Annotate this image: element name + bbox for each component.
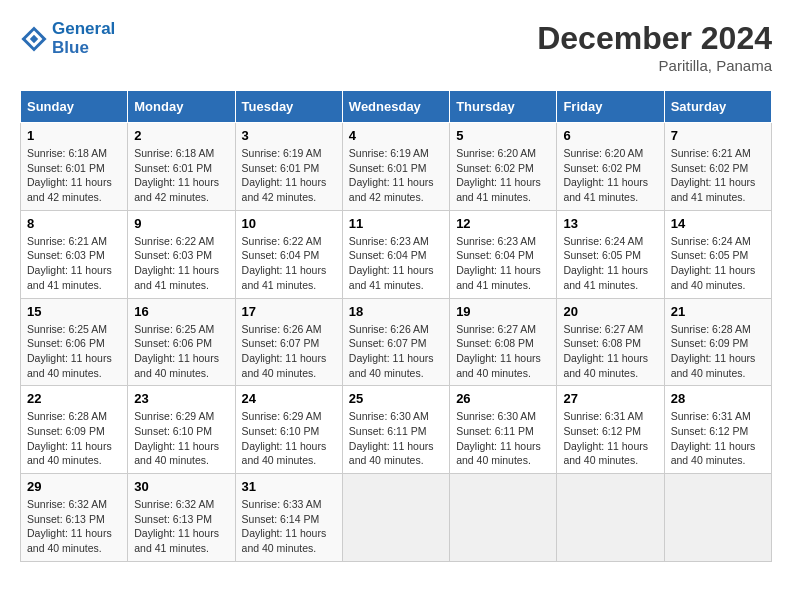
day-info: Sunrise: 6:29 AM Sunset: 6:10 PM Dayligh… <box>242 409 336 468</box>
day-number: 14 <box>671 216 765 231</box>
day-info: Sunrise: 6:28 AM Sunset: 6:09 PM Dayligh… <box>27 409 121 468</box>
day-info: Sunrise: 6:30 AM Sunset: 6:11 PM Dayligh… <box>456 409 550 468</box>
day-number: 7 <box>671 128 765 143</box>
table-row: 20Sunrise: 6:27 AM Sunset: 6:08 PM Dayli… <box>557 298 664 386</box>
day-number: 19 <box>456 304 550 319</box>
table-row: 27Sunrise: 6:31 AM Sunset: 6:12 PM Dayli… <box>557 386 664 474</box>
day-info: Sunrise: 6:20 AM Sunset: 6:02 PM Dayligh… <box>456 146 550 205</box>
day-number: 11 <box>349 216 443 231</box>
table-row: 17Sunrise: 6:26 AM Sunset: 6:07 PM Dayli… <box>235 298 342 386</box>
table-row <box>450 474 557 562</box>
month-title: December 2024 <box>537 20 772 57</box>
col-saturday: Saturday <box>664 91 771 123</box>
day-info: Sunrise: 6:33 AM Sunset: 6:14 PM Dayligh… <box>242 497 336 556</box>
day-number: 18 <box>349 304 443 319</box>
table-row: 5Sunrise: 6:20 AM Sunset: 6:02 PM Daylig… <box>450 123 557 211</box>
table-row: 6Sunrise: 6:20 AM Sunset: 6:02 PM Daylig… <box>557 123 664 211</box>
table-row <box>342 474 449 562</box>
table-row: 9Sunrise: 6:22 AM Sunset: 6:03 PM Daylig… <box>128 210 235 298</box>
day-number: 5 <box>456 128 550 143</box>
table-row <box>664 474 771 562</box>
table-row: 28Sunrise: 6:31 AM Sunset: 6:12 PM Dayli… <box>664 386 771 474</box>
table-row: 30Sunrise: 6:32 AM Sunset: 6:13 PM Dayli… <box>128 474 235 562</box>
day-number: 17 <box>242 304 336 319</box>
table-row: 21Sunrise: 6:28 AM Sunset: 6:09 PM Dayli… <box>664 298 771 386</box>
day-info: Sunrise: 6:27 AM Sunset: 6:08 PM Dayligh… <box>563 322 657 381</box>
table-row: 16Sunrise: 6:25 AM Sunset: 6:06 PM Dayli… <box>128 298 235 386</box>
col-thursday: Thursday <box>450 91 557 123</box>
day-number: 2 <box>134 128 228 143</box>
day-info: Sunrise: 6:23 AM Sunset: 6:04 PM Dayligh… <box>456 234 550 293</box>
title-block: December 2024 Paritilla, Panama <box>537 20 772 74</box>
col-monday: Monday <box>128 91 235 123</box>
day-number: 21 <box>671 304 765 319</box>
table-row: 2Sunrise: 6:18 AM Sunset: 6:01 PM Daylig… <box>128 123 235 211</box>
table-row <box>557 474 664 562</box>
day-number: 9 <box>134 216 228 231</box>
page-header: General Blue December 2024 Paritilla, Pa… <box>20 20 772 74</box>
day-info: Sunrise: 6:27 AM Sunset: 6:08 PM Dayligh… <box>456 322 550 381</box>
day-number: 31 <box>242 479 336 494</box>
day-number: 15 <box>27 304 121 319</box>
day-info: Sunrise: 6:24 AM Sunset: 6:05 PM Dayligh… <box>563 234 657 293</box>
day-info: Sunrise: 6:24 AM Sunset: 6:05 PM Dayligh… <box>671 234 765 293</box>
location: Paritilla, Panama <box>537 57 772 74</box>
day-info: Sunrise: 6:31 AM Sunset: 6:12 PM Dayligh… <box>671 409 765 468</box>
day-info: Sunrise: 6:26 AM Sunset: 6:07 PM Dayligh… <box>242 322 336 381</box>
day-number: 10 <box>242 216 336 231</box>
day-info: Sunrise: 6:26 AM Sunset: 6:07 PM Dayligh… <box>349 322 443 381</box>
day-number: 23 <box>134 391 228 406</box>
day-info: Sunrise: 6:25 AM Sunset: 6:06 PM Dayligh… <box>134 322 228 381</box>
table-row: 11Sunrise: 6:23 AM Sunset: 6:04 PM Dayli… <box>342 210 449 298</box>
day-info: Sunrise: 6:22 AM Sunset: 6:03 PM Dayligh… <box>134 234 228 293</box>
calendar-row: 22Sunrise: 6:28 AM Sunset: 6:09 PM Dayli… <box>21 386 772 474</box>
day-info: Sunrise: 6:31 AM Sunset: 6:12 PM Dayligh… <box>563 409 657 468</box>
day-number: 13 <box>563 216 657 231</box>
day-info: Sunrise: 6:18 AM Sunset: 6:01 PM Dayligh… <box>134 146 228 205</box>
day-number: 27 <box>563 391 657 406</box>
day-number: 20 <box>563 304 657 319</box>
calendar-row: 29Sunrise: 6:32 AM Sunset: 6:13 PM Dayli… <box>21 474 772 562</box>
table-row: 22Sunrise: 6:28 AM Sunset: 6:09 PM Dayli… <box>21 386 128 474</box>
table-row: 18Sunrise: 6:26 AM Sunset: 6:07 PM Dayli… <box>342 298 449 386</box>
logo-icon <box>20 25 48 53</box>
calendar-row: 15Sunrise: 6:25 AM Sunset: 6:06 PM Dayli… <box>21 298 772 386</box>
day-info: Sunrise: 6:19 AM Sunset: 6:01 PM Dayligh… <box>349 146 443 205</box>
table-row: 24Sunrise: 6:29 AM Sunset: 6:10 PM Dayli… <box>235 386 342 474</box>
day-number: 8 <box>27 216 121 231</box>
day-number: 1 <box>27 128 121 143</box>
day-info: Sunrise: 6:29 AM Sunset: 6:10 PM Dayligh… <box>134 409 228 468</box>
table-row: 7Sunrise: 6:21 AM Sunset: 6:02 PM Daylig… <box>664 123 771 211</box>
calendar-row: 8Sunrise: 6:21 AM Sunset: 6:03 PM Daylig… <box>21 210 772 298</box>
table-row: 1Sunrise: 6:18 AM Sunset: 6:01 PM Daylig… <box>21 123 128 211</box>
table-row: 31Sunrise: 6:33 AM Sunset: 6:14 PM Dayli… <box>235 474 342 562</box>
day-number: 28 <box>671 391 765 406</box>
table-row: 23Sunrise: 6:29 AM Sunset: 6:10 PM Dayli… <box>128 386 235 474</box>
day-number: 4 <box>349 128 443 143</box>
day-number: 16 <box>134 304 228 319</box>
day-info: Sunrise: 6:20 AM Sunset: 6:02 PM Dayligh… <box>563 146 657 205</box>
col-wednesday: Wednesday <box>342 91 449 123</box>
col-sunday: Sunday <box>21 91 128 123</box>
day-number: 12 <box>456 216 550 231</box>
table-row: 14Sunrise: 6:24 AM Sunset: 6:05 PM Dayli… <box>664 210 771 298</box>
day-info: Sunrise: 6:23 AM Sunset: 6:04 PM Dayligh… <box>349 234 443 293</box>
day-number: 24 <box>242 391 336 406</box>
col-friday: Friday <box>557 91 664 123</box>
day-number: 22 <box>27 391 121 406</box>
calendar-row: 1Sunrise: 6:18 AM Sunset: 6:01 PM Daylig… <box>21 123 772 211</box>
day-info: Sunrise: 6:18 AM Sunset: 6:01 PM Dayligh… <box>27 146 121 205</box>
day-info: Sunrise: 6:30 AM Sunset: 6:11 PM Dayligh… <box>349 409 443 468</box>
table-row: 15Sunrise: 6:25 AM Sunset: 6:06 PM Dayli… <box>21 298 128 386</box>
logo-line2: Blue <box>52 39 115 58</box>
table-row: 19Sunrise: 6:27 AM Sunset: 6:08 PM Dayli… <box>450 298 557 386</box>
table-row: 4Sunrise: 6:19 AM Sunset: 6:01 PM Daylig… <box>342 123 449 211</box>
logo: General Blue <box>20 20 115 57</box>
day-info: Sunrise: 6:22 AM Sunset: 6:04 PM Dayligh… <box>242 234 336 293</box>
day-number: 3 <box>242 128 336 143</box>
table-row: 29Sunrise: 6:32 AM Sunset: 6:13 PM Dayli… <box>21 474 128 562</box>
day-number: 6 <box>563 128 657 143</box>
day-number: 25 <box>349 391 443 406</box>
calendar-table: Sunday Monday Tuesday Wednesday Thursday… <box>20 90 772 562</box>
day-info: Sunrise: 6:21 AM Sunset: 6:03 PM Dayligh… <box>27 234 121 293</box>
